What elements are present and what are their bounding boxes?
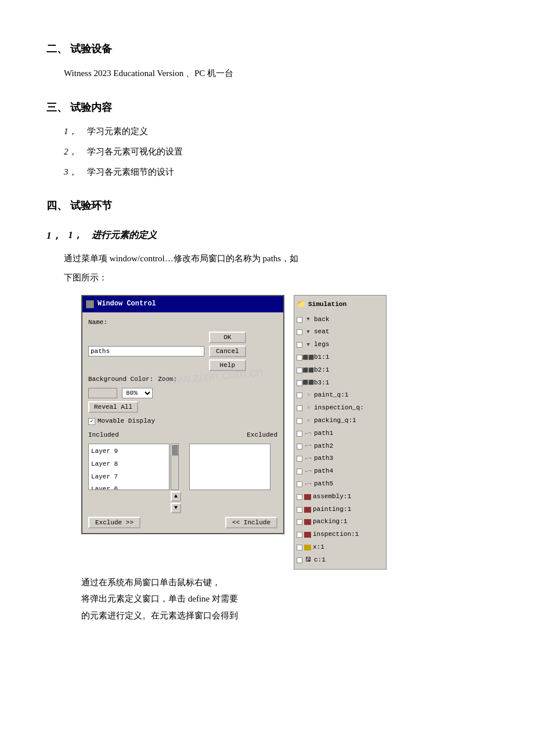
sim-row-path4: ⌐¬ path4 bbox=[297, 465, 384, 478]
list-item-2: 2， 学习各元素可视化的设置 bbox=[46, 144, 488, 160]
para-after-text3: 的元素进行定义。在元素选择窗口会得到 bbox=[81, 611, 238, 620]
sim-cb-path3[interactable] bbox=[297, 456, 302, 462]
bottom-buttons-row: Exclude >> << Include bbox=[88, 517, 277, 528]
sim-label-path1: path1 bbox=[314, 428, 333, 440]
sim-cb-path4[interactable] bbox=[297, 469, 302, 474]
reveal-all-button[interactable]: Reveal All bbox=[88, 401, 138, 413]
sim-label-b1: b1:1 bbox=[314, 352, 329, 363]
help-button[interactable]: Help bbox=[209, 359, 246, 371]
sim-cb-paintq[interactable] bbox=[297, 393, 302, 398]
movable-checkbox[interactable]: ✓ bbox=[88, 418, 95, 425]
machine-icon-b3: ⬛⬛ bbox=[304, 379, 312, 387]
sim-cb-painting[interactable] bbox=[297, 507, 302, 513]
listbox-area: Layer 9 Layer 8 Layer 7 Layer 6 Layer 5 … bbox=[88, 444, 277, 513]
section2-content: Witness 2023 Educational Version 、PC 机一台 bbox=[46, 65, 488, 82]
sim-label-seat: seat bbox=[314, 326, 329, 338]
sim-row-assembly: assembly:1 bbox=[297, 491, 384, 503]
sim-cb-b3[interactable] bbox=[297, 380, 302, 386]
dialog-body: Name: OK Cancel Help Background Color: Z… bbox=[82, 312, 283, 533]
sim-cb-x[interactable] bbox=[297, 545, 302, 550]
sim-header: 📁 Simulation bbox=[297, 298, 384, 311]
sim-label-inspection: inspection:1 bbox=[313, 529, 359, 541]
activity-icon-packing bbox=[304, 519, 311, 525]
name-row: Name: bbox=[88, 317, 277, 329]
sim-row-x: x:1 bbox=[297, 541, 384, 554]
sim-cb-packing[interactable] bbox=[297, 519, 302, 525]
include-button[interactable]: << Include bbox=[225, 517, 277, 528]
layer8-item[interactable]: Layer 8 bbox=[90, 458, 168, 471]
sim-cb-path1[interactable] bbox=[297, 431, 302, 437]
zoom-select[interactable]: 80% 100% 120% bbox=[122, 388, 153, 398]
layer6-item[interactable]: Layer 6 bbox=[90, 483, 168, 490]
sim-row-packing: packing:1 bbox=[297, 516, 384, 528]
sim-label-inspq: inspection_q: bbox=[314, 402, 364, 414]
down-arrow-button[interactable]: ▼ bbox=[171, 503, 181, 513]
dialog-buttons: OK Cancel Help bbox=[209, 332, 246, 371]
sim-label-x: x:1 bbox=[313, 542, 324, 553]
sim-cb-b1[interactable] bbox=[297, 355, 302, 361]
machine-icon-b1: ⬛⬛ bbox=[304, 354, 312, 362]
sim-cb-assembly[interactable] bbox=[297, 494, 302, 500]
included-label: Included bbox=[88, 430, 119, 441]
queue-icon-packq: ⠿ bbox=[304, 417, 312, 425]
layer7-item[interactable]: Layer 7 bbox=[90, 471, 168, 484]
bg-color-swatch[interactable] bbox=[88, 388, 117, 398]
sim-cb-b2[interactable] bbox=[297, 368, 302, 373]
path-icon-1: ⌐¬ bbox=[304, 430, 312, 438]
sim-folder-icon: 📁 bbox=[297, 298, 306, 311]
queue-icon-paintq: ⠿ bbox=[304, 391, 312, 399]
sim-cb-back[interactable] bbox=[297, 317, 302, 323]
sim-label-path2: path2 bbox=[314, 441, 333, 452]
sim-row-b1: ⬛⬛ b1:1 bbox=[297, 351, 384, 364]
sim-cb-packq[interactable] bbox=[297, 418, 302, 424]
sim-cb-path2[interactable] bbox=[297, 444, 302, 449]
sim-row-path1: ⌐¬ path1 bbox=[297, 427, 384, 440]
sim-row-packq: ⠿ packing_q:1 bbox=[297, 415, 384, 427]
layer9-item[interactable]: Layer 9 bbox=[90, 445, 168, 458]
sim-cb-legs[interactable] bbox=[297, 342, 302, 348]
path-icon-4: ⌐¬ bbox=[304, 467, 312, 476]
window-control-dialog: Window Control Name: OK Cancel Help bbox=[81, 295, 284, 534]
sim-cb-seat[interactable] bbox=[297, 329, 302, 335]
path-icon-5: ⌐¬ bbox=[304, 480, 312, 488]
exclude-button[interactable]: Exclude >> bbox=[88, 517, 140, 528]
file-icon-c: 🖫 bbox=[304, 556, 312, 564]
sim-row-painting: painting:1 bbox=[297, 503, 384, 516]
dialog-title: Window Control bbox=[98, 298, 156, 311]
sim-cb-inspection[interactable] bbox=[297, 532, 302, 538]
sim-label-path4: path4 bbox=[314, 466, 333, 477]
ok-button[interactable]: OK bbox=[209, 332, 246, 343]
sim-cb-c[interactable] bbox=[297, 557, 302, 563]
cancel-button[interactable]: Cancel bbox=[209, 345, 246, 357]
sim-label-path5: path5 bbox=[314, 478, 333, 490]
queue-icon-inspq: ⠿ bbox=[304, 404, 312, 412]
para-before-dialog2: 下图所示： bbox=[64, 269, 488, 286]
name-label: Name: bbox=[88, 317, 107, 329]
sim-cb-path5[interactable] bbox=[297, 481, 302, 487]
list-item-1: 1， 学习元素的定义 bbox=[46, 124, 488, 139]
sim-cb-inspq[interactable] bbox=[297, 405, 302, 411]
sim-label-b2: b2:1 bbox=[314, 365, 329, 376]
included-listbox[interactable]: Layer 9 Layer 8 Layer 7 Layer 6 Layer 5 … bbox=[88, 444, 169, 490]
machine-icon-b2: ⬛⬛ bbox=[304, 366, 312, 375]
part-icon-back: ▼ bbox=[304, 316, 312, 324]
sim-row-inspq: ⠿ inspection_q: bbox=[297, 402, 384, 415]
excluded-label: Excluded bbox=[247, 430, 277, 441]
section4-heading: 四、 试验环节 bbox=[46, 196, 488, 215]
sim-label-b3: b3:1 bbox=[314, 377, 329, 389]
up-arrow-button[interactable]: ▲ bbox=[171, 491, 181, 502]
section3-heading: 三、 试验内容 bbox=[46, 98, 488, 117]
list-item-3: 3， 学习各元素细节的设计 bbox=[46, 164, 488, 180]
sim-row-back: ▼ back bbox=[297, 314, 384, 326]
scroll-and-arrows: ▲ ▼ bbox=[171, 444, 181, 513]
dialog-area: Window Control Name: OK Cancel Help bbox=[81, 295, 488, 569]
sim-row-paintq: ⠿ paint_q:1 bbox=[297, 389, 384, 402]
sim-row-b2: ⬛⬛ b2:1 bbox=[297, 364, 384, 377]
excluded-listbox[interactable] bbox=[189, 444, 270, 490]
name-input[interactable] bbox=[88, 346, 204, 357]
activity-icon-painting bbox=[304, 507, 311, 513]
path-icon-3: ⌐¬ bbox=[304, 455, 312, 463]
listbox-scrollbar[interactable] bbox=[171, 444, 179, 490]
name-input-row[interactable]: OK Cancel Help bbox=[88, 332, 277, 371]
dialog-icon bbox=[86, 300, 94, 308]
